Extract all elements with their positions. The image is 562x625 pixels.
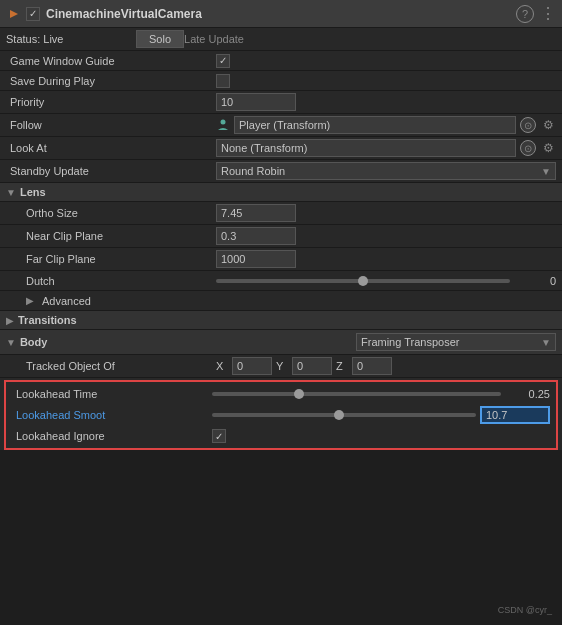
lookahead-ignore-checkbox[interactable] (212, 429, 226, 443)
priority-row: Priority (0, 91, 562, 114)
x-axis-label: X (216, 360, 228, 372)
save-during-play-checkbox[interactable] (216, 74, 230, 88)
watermark: CSDN @cyr_ (498, 605, 552, 615)
look-at-settings-button[interactable]: ⚙ (540, 140, 556, 156)
advanced-row[interactable]: ▶ Advanced (0, 291, 562, 311)
late-update-button[interactable]: Late Update (184, 33, 244, 45)
header-actions: ? ⋮ (516, 4, 556, 23)
standby-update-label: Standby Update (6, 165, 216, 177)
svg-marker-0 (10, 10, 18, 18)
game-window-guide-row: Game Window Guide (0, 51, 562, 71)
y-axis-label: Y (276, 360, 288, 372)
follow-text-field[interactable]: Player (Transform) (234, 116, 516, 134)
near-clip-row: Near Clip Plane (0, 225, 562, 248)
lookahead-smooth-row: Lookahead Smoot (8, 404, 554, 426)
look-at-text-field[interactable]: None (Transform) (216, 139, 516, 157)
svg-point-1 (221, 120, 226, 125)
follow-row: Follow Player (Transform) ⊙ ⚙ (0, 114, 562, 137)
enabled-checkbox[interactable]: ✓ (26, 7, 40, 21)
body-dropdown-arrow-icon: ▼ (541, 337, 551, 348)
far-clip-input[interactable] (216, 250, 296, 268)
solo-button[interactable]: Solo (136, 30, 184, 48)
transitions-section-header[interactable]: ▶ Transitions (0, 311, 562, 330)
dutch-slider-container: 0 (216, 275, 556, 287)
body-dropdown[interactable]: Framing Transposer ▼ (356, 333, 556, 351)
follow-settings-button[interactable]: ⚙ (540, 117, 556, 133)
game-window-guide-label: Game Window Guide (6, 55, 216, 67)
lookahead-smooth-slider-track[interactable] (212, 413, 476, 417)
lookahead-time-label: Lookahead Time (12, 388, 212, 400)
follow-label: Follow (6, 119, 216, 131)
far-clip-row: Far Clip Plane (0, 248, 562, 271)
z-axis-input[interactable] (352, 357, 392, 375)
lookahead-time-row: Lookahead Time 0.25 (8, 384, 554, 404)
dutch-slider-thumb[interactable] (358, 276, 368, 286)
lookahead-ignore-value (212, 429, 550, 443)
lens-section-header[interactable]: ▼ Lens (0, 183, 562, 202)
look-at-value: None (Transform) ⊙ ⚙ (216, 139, 556, 157)
dutch-slider-track[interactable] (216, 279, 510, 283)
tracked-object-value: X Y Z (216, 357, 556, 375)
component-header: ✓ CinemachineVirtualCamera ? ⋮ (0, 0, 562, 28)
look-at-row: Look At None (Transform) ⊙ ⚙ (0, 137, 562, 160)
save-during-play-label: Save During Play (6, 75, 216, 87)
lens-section-label: Lens (20, 186, 46, 198)
body-section-header[interactable]: ▼ Body Framing Transposer ▼ (0, 330, 562, 355)
standby-update-value: Round Robin ▼ (216, 162, 556, 180)
game-window-guide-checkbox[interactable] (216, 54, 230, 68)
help-button[interactable]: ? (516, 5, 534, 23)
tracked-object-row: Tracked Object Of X Y Z (0, 355, 562, 378)
dutch-value: 0 (216, 275, 556, 287)
dutch-slider-value: 0 (516, 275, 556, 287)
ortho-size-label: Ortho Size (6, 207, 216, 219)
body-section-label: Body (20, 336, 48, 348)
advanced-collapse-icon: ▶ (26, 295, 34, 306)
game-window-guide-value (216, 54, 556, 68)
transitions-section-label: Transitions (18, 314, 77, 326)
component-toggle[interactable] (6, 6, 22, 22)
follow-target-button[interactable]: ⊙ (520, 117, 536, 133)
player-icon (216, 118, 230, 132)
save-during-play-value (216, 74, 556, 88)
xyz-group: X Y Z (216, 357, 556, 375)
save-during-play-row: Save During Play (0, 71, 562, 91)
lookahead-time-slider-container: 0.25 (212, 388, 550, 400)
z-axis-label: Z (336, 360, 348, 372)
status-buttons: Solo Late Update (136, 30, 244, 48)
menu-button[interactable]: ⋮ (540, 4, 556, 23)
ortho-size-input[interactable] (216, 204, 296, 222)
far-clip-value (216, 250, 556, 268)
lookahead-smooth-slider-thumb[interactable] (334, 410, 344, 420)
transitions-collapse-icon: ▶ (6, 315, 14, 326)
status-label: Status: Live (6, 33, 136, 45)
dropdown-arrow-icon: ▼ (541, 166, 551, 177)
lookahead-smooth-input[interactable] (480, 406, 550, 424)
body-collapse-icon: ▼ (6, 337, 16, 348)
dutch-row: Dutch 0 (0, 271, 562, 291)
near-clip-value (216, 227, 556, 245)
standby-update-dropdown[interactable]: Round Robin ▼ (216, 162, 556, 180)
inspector-panel: ✓ CinemachineVirtualCamera ? ⋮ Status: L… (0, 0, 562, 450)
lookahead-time-slider-thumb[interactable] (294, 389, 304, 399)
far-clip-label: Far Clip Plane (6, 253, 216, 265)
status-row: Status: Live Solo Late Update (0, 28, 562, 51)
lookahead-time-value: 0.25 (505, 388, 550, 400)
lookahead-smooth-slider-container (212, 406, 550, 424)
lookahead-time-slider-track[interactable] (212, 392, 501, 396)
look-at-label: Look At (6, 142, 216, 154)
standby-update-row: Standby Update Round Robin ▼ (0, 160, 562, 183)
lens-collapse-icon: ▼ (6, 187, 16, 198)
look-at-target-button[interactable]: ⊙ (520, 140, 536, 156)
lookahead-section: Lookahead Time 0.25 Lookahead Smoot Look… (4, 380, 558, 450)
ortho-size-value (216, 204, 556, 222)
component-title: CinemachineVirtualCamera (46, 7, 516, 21)
priority-input[interactable] (216, 93, 296, 111)
x-axis-input[interactable] (232, 357, 272, 375)
near-clip-input[interactable] (216, 227, 296, 245)
follow-value: Player (Transform) ⊙ ⚙ (216, 116, 556, 134)
ortho-size-row: Ortho Size (0, 202, 562, 225)
lookahead-ignore-row: Lookahead Ignore (8, 426, 554, 446)
lookahead-ignore-label: Lookahead Ignore (12, 430, 212, 442)
tracked-object-label: Tracked Object Of (6, 360, 216, 372)
y-axis-input[interactable] (292, 357, 332, 375)
